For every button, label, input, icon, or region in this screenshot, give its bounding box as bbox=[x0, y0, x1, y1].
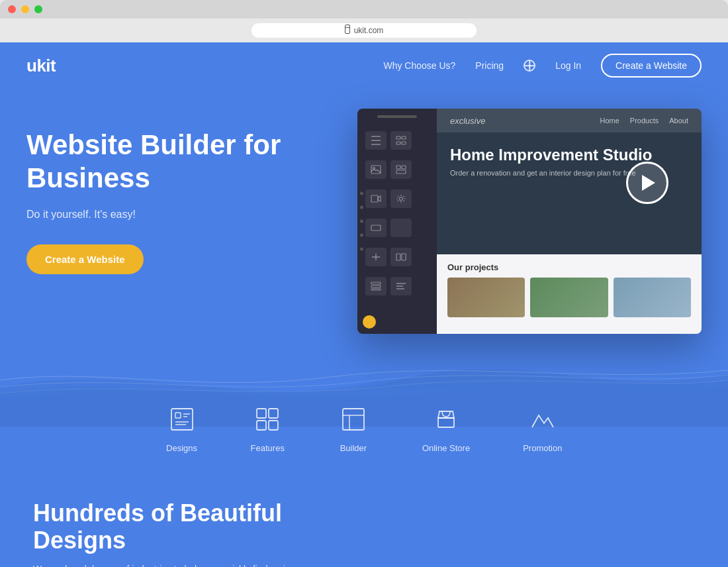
close-window-button[interactable] bbox=[8, 5, 16, 13]
project-thumb-1 bbox=[447, 278, 525, 317]
browser-window: ukit.com bbox=[0, 0, 728, 42]
sidebar-icon-cols bbox=[390, 248, 412, 266]
dot-2 bbox=[360, 206, 363, 209]
sidebar-icon-grid bbox=[390, 160, 412, 179]
feature-designs[interactable]: Designs bbox=[166, 403, 198, 453]
svg-rect-3 bbox=[402, 142, 406, 144]
designs-label: Designs bbox=[166, 443, 197, 453]
nav-link-pricing[interactable]: Pricing bbox=[475, 60, 504, 71]
svg-rect-24 bbox=[269, 409, 278, 418]
bottom-section: Hundreds of BeautifulDesigns We analyzed… bbox=[0, 480, 728, 567]
svg-rect-14 bbox=[371, 282, 381, 284]
nav-cta-button[interactable]: Create a Website bbox=[601, 54, 702, 77]
browser-toolbar: ukit.com bbox=[0, 19, 728, 42]
svg-rect-4 bbox=[371, 166, 381, 174]
hero-cta-button[interactable]: Create a Website bbox=[26, 244, 144, 274]
sidebar-row-5 bbox=[357, 244, 437, 270]
svg-rect-25 bbox=[257, 421, 266, 430]
nav-login[interactable]: Log In bbox=[555, 60, 581, 71]
svg-rect-17 bbox=[171, 409, 193, 430]
sidebar-drag-bar bbox=[377, 115, 417, 118]
sidebar-row-3 bbox=[357, 185, 437, 212]
sidebar-row-4 bbox=[357, 215, 437, 241]
dot-4 bbox=[360, 234, 363, 237]
sidebar-dots bbox=[360, 192, 363, 251]
projects-grid bbox=[447, 278, 691, 317]
preview-brand: exclusive bbox=[450, 116, 485, 126]
promotion-icon bbox=[527, 403, 559, 435]
sidebar-icon-img bbox=[365, 160, 387, 179]
nav-link-why[interactable]: Why Choose Us? bbox=[383, 60, 455, 71]
sidebar-icon-text-list bbox=[390, 277, 412, 295]
svg-rect-23 bbox=[257, 409, 266, 418]
site-logo: ukit bbox=[26, 56, 56, 76]
builder-main-preview: exclusive Home Products About Home Impro… bbox=[437, 109, 702, 334]
hero-section: Website Builder for Business Do it yours… bbox=[0, 89, 728, 334]
play-triangle-icon bbox=[642, 175, 655, 191]
feature-features[interactable]: Features bbox=[251, 403, 285, 453]
feature-builder[interactable]: Builder bbox=[338, 403, 369, 453]
sidebar-icon-gear bbox=[390, 189, 412, 208]
designs-icon bbox=[166, 403, 198, 435]
svg-rect-27 bbox=[343, 409, 364, 430]
store-label: Online Store bbox=[422, 443, 470, 453]
browser-titlebar bbox=[0, 0, 728, 19]
hero-title: Website Builder for Business bbox=[26, 129, 357, 195]
project-thumb-3 bbox=[614, 278, 691, 317]
svg-rect-26 bbox=[269, 421, 278, 430]
builder-sidebar bbox=[357, 109, 437, 334]
svg-point-10 bbox=[400, 197, 403, 201]
sidebar-icon-blank bbox=[390, 219, 412, 237]
preview-hero: exclusive Home Products About Home Impro… bbox=[437, 109, 702, 254]
promotion-label: Promotion bbox=[523, 443, 562, 453]
svg-rect-15 bbox=[371, 285, 381, 287]
svg-rect-2 bbox=[396, 142, 400, 144]
preview-link-about: About bbox=[669, 117, 688, 125]
play-button[interactable] bbox=[626, 162, 668, 204]
sidebar-row-2 bbox=[357, 156, 437, 183]
project-thumb-2 bbox=[530, 278, 608, 317]
svg-rect-30 bbox=[438, 418, 454, 427]
lock-icon bbox=[345, 27, 350, 34]
sidebar-row-1 bbox=[357, 127, 437, 154]
hero-subtitle: Do it yourself. It's easy! bbox=[26, 209, 357, 221]
builder-label: Builder bbox=[340, 443, 367, 453]
svg-rect-9 bbox=[371, 195, 378, 202]
svg-rect-11 bbox=[371, 225, 381, 231]
builder-preview: exclusive Home Products About Home Impro… bbox=[357, 109, 702, 334]
sidebar-icon-list bbox=[390, 131, 412, 150]
website-content: ukit Why Choose Us? Pricing Log In Creat… bbox=[0, 42, 728, 567]
svg-rect-7 bbox=[402, 166, 406, 169]
sidebar-icon-rect bbox=[365, 219, 387, 237]
svg-rect-6 bbox=[396, 166, 400, 169]
builder-icon bbox=[338, 403, 369, 435]
svg-rect-8 bbox=[396, 170, 406, 174]
feature-promotion[interactable]: Promotion bbox=[523, 403, 562, 453]
store-icon bbox=[430, 403, 462, 435]
features-section: Designs Features bbox=[0, 377, 728, 480]
sidebar-icon-h bbox=[365, 131, 387, 150]
dot-3 bbox=[360, 220, 363, 223]
sidebar-row-6 bbox=[357, 273, 437, 299]
feature-store[interactable]: Online Store bbox=[422, 403, 470, 453]
globe-icon[interactable] bbox=[523, 60, 535, 72]
svg-rect-12 bbox=[396, 254, 400, 260]
svg-rect-1 bbox=[402, 136, 406, 139]
sidebar-icon-video bbox=[365, 189, 387, 208]
maximize-window-button[interactable] bbox=[34, 5, 42, 13]
preview-navbar: exclusive Home Products About bbox=[437, 109, 702, 132]
features-icon bbox=[251, 403, 283, 435]
yellow-indicator bbox=[363, 315, 376, 329]
minimize-window-button[interactable] bbox=[21, 5, 29, 13]
bottom-title: Hundreds of BeautifulDesigns bbox=[33, 499, 695, 554]
navbar: ukit Why Choose Us? Pricing Log In Creat… bbox=[0, 42, 728, 89]
sidebar-icon-menu bbox=[365, 277, 387, 295]
dot-5 bbox=[360, 248, 363, 251]
projects-label: Our projects bbox=[447, 262, 691, 272]
svg-rect-13 bbox=[402, 254, 406, 260]
bottom-subtitle: We analyzed dozens of industries to help… bbox=[33, 562, 695, 567]
address-bar[interactable]: ukit.com bbox=[251, 23, 477, 38]
svg-rect-18 bbox=[175, 413, 181, 418]
url-text: ukit.com bbox=[354, 26, 384, 35]
hero-text: Website Builder for Business Do it yours… bbox=[26, 109, 357, 334]
